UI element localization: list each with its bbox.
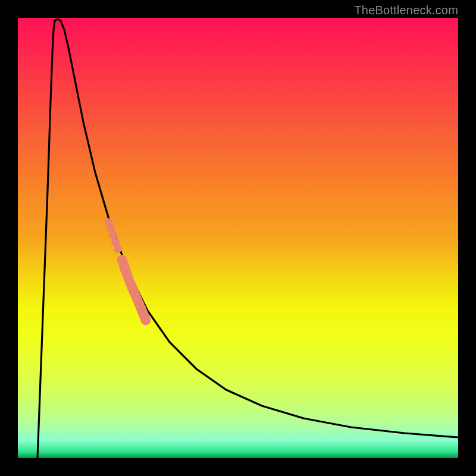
highlight-markers <box>105 218 151 325</box>
highlight-marker <box>107 224 115 232</box>
chart-svg <box>18 18 458 458</box>
highlight-marker <box>114 245 122 253</box>
highlight-marker <box>141 315 151 325</box>
bottleneck-curve <box>37 19 458 458</box>
highlight-marker <box>109 231 117 239</box>
chart-container: TheBottleneck.com <box>0 0 476 476</box>
watermark-text: TheBottleneck.com <box>354 4 458 17</box>
